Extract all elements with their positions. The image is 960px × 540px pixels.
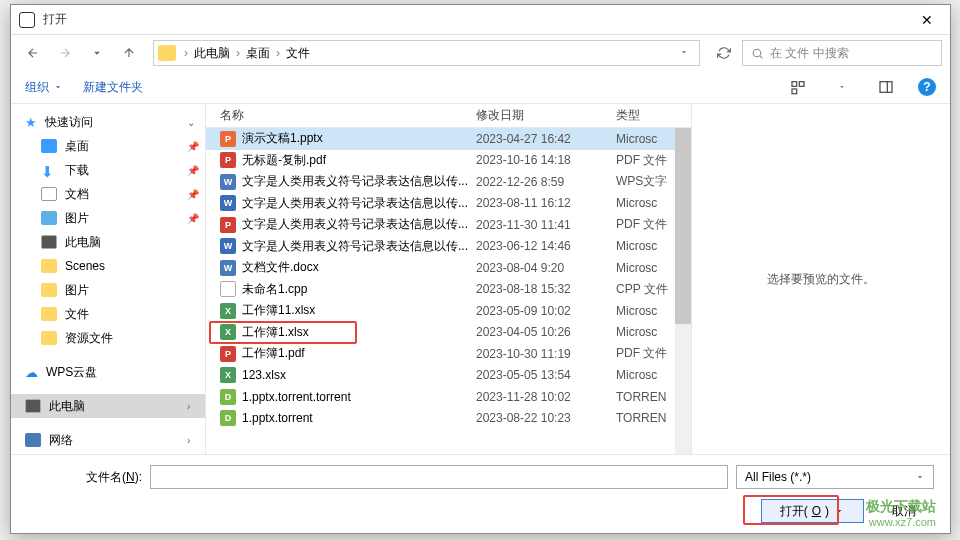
breadcrumb-item[interactable]: 此电脑 [190, 45, 234, 62]
file-name: 文字是人类用表义符号记录表达信息以传... [242, 195, 476, 212]
file-date: 2023-04-27 16:42 [476, 132, 616, 146]
search-input[interactable]: 在 文件 中搜索 [742, 40, 942, 66]
header-name[interactable]: 名称 [220, 107, 476, 124]
sidebar-item-documents[interactable]: 文档📌 [11, 182, 205, 206]
open-file-dialog: 打开 ✕ › 此电脑 › 桌面 › 文件 在 文件 中搜索 组织 新建文件夹 [10, 4, 951, 534]
breadcrumb-item[interactable]: 文件 [282, 45, 314, 62]
file-row[interactable]: W文档文件.docx2023-08-04 9:20Microsc [206, 257, 691, 279]
file-row[interactable]: P文字是人类用表义符号记录表达信息以传...2023-11-30 11:41PD… [206, 214, 691, 236]
file-date: 2023-05-09 10:02 [476, 304, 616, 318]
search-icon [751, 47, 764, 60]
pc-icon [41, 235, 57, 249]
file-row[interactable]: P演示文稿1.pptx2023-04-27 16:42Microsc [206, 128, 691, 150]
header-date[interactable]: 修改日期 [476, 107, 616, 124]
breadcrumb-sep: › [274, 46, 282, 60]
header-type[interactable]: 类型 [616, 107, 686, 124]
svg-rect-3 [792, 89, 797, 94]
back-button[interactable] [19, 39, 47, 67]
preview-message: 选择要预览的文件。 [767, 271, 875, 288]
file-row[interactable]: X工作簿1.xlsx2023-04-05 10:26Microsc [206, 322, 691, 344]
file-icon: W [220, 260, 236, 276]
refresh-button[interactable] [710, 39, 738, 67]
file-icon: P [220, 217, 236, 233]
file-date: 2023-08-22 10:23 [476, 411, 616, 425]
chevron-down-icon[interactable]: ⌄ [187, 117, 199, 128]
folder-icon [41, 307, 57, 321]
sidebar-item-pictures2[interactable]: 图片 [11, 278, 205, 302]
folder-icon [41, 283, 57, 297]
preview-pane: 选择要预览的文件。 [691, 104, 950, 454]
file-name: 1.pptx.torrent [242, 411, 476, 425]
file-icon: D [220, 389, 236, 405]
scrollbar[interactable] [675, 128, 691, 454]
file-date: 2023-08-04 9:20 [476, 261, 616, 275]
file-row[interactable]: D1.pptx.torrent2023-08-22 10:23TORREN [206, 408, 691, 430]
file-list-pane: 名称 修改日期 类型 P演示文稿1.pptx2023-04-27 16:42Mi… [206, 104, 691, 454]
search-placeholder: 在 文件 中搜索 [770, 45, 849, 62]
file-icon: W [220, 195, 236, 211]
cancel-button[interactable]: 取消 [878, 503, 930, 520]
sidebar-thispc-root[interactable]: 此电脑› [11, 394, 205, 418]
file-name: 工作簿1.xlsx [242, 324, 476, 341]
file-icon: D [220, 410, 236, 426]
sidebar-item-desktop[interactable]: 桌面📌 [11, 134, 205, 158]
sidebar-item-resources[interactable]: 资源文件 [11, 326, 205, 350]
help-button[interactable]: ? [918, 78, 936, 96]
up-button[interactable] [115, 39, 143, 67]
forward-button[interactable] [51, 39, 79, 67]
folder-icon [158, 45, 176, 61]
sidebar-item-scenes[interactable]: Scenes [11, 254, 205, 278]
address-bar[interactable]: › 此电脑 › 桌面 › 文件 [153, 40, 700, 66]
chevron-down-icon [915, 472, 925, 482]
view-list-button[interactable] [786, 75, 810, 99]
file-row[interactable]: W文字是人类用表义符号记录表达信息以传...2023-06-12 14:46Mi… [206, 236, 691, 258]
new-folder-button[interactable]: 新建文件夹 [83, 79, 143, 96]
file-list[interactable]: P演示文稿1.pptx2023-04-27 16:42MicroscP无标题-复… [206, 128, 691, 454]
file-date: 2023-08-11 16:12 [476, 196, 616, 210]
organize-menu[interactable]: 组织 [25, 79, 63, 96]
sidebar-network[interactable]: 网络› [11, 428, 205, 452]
sidebar-item-files[interactable]: 文件 [11, 302, 205, 326]
open-button[interactable]: 打开(O) [761, 499, 864, 523]
chevron-right-icon[interactable]: › [187, 435, 199, 446]
file-name: 1.pptx.torrent.torrent [242, 390, 476, 404]
sidebar-item-pictures[interactable]: 图片📌 [11, 206, 205, 230]
cloud-icon: ☁ [25, 365, 38, 380]
sidebar-quick-access[interactable]: ★快速访问⌄ [11, 110, 205, 134]
dialog-footer: 文件名(N): All Files (*.*) 打开(O) 取消 [11, 454, 950, 533]
file-row[interactable]: W文字是人类用表义符号记录表达信息以传...2023-08-11 16:12Mi… [206, 193, 691, 215]
chevron-right-icon[interactable]: › [187, 401, 199, 412]
file-date: 2023-06-12 14:46 [476, 239, 616, 253]
file-row[interactable]: D1.pptx.torrent.torrent2023-11-28 10:02T… [206, 386, 691, 408]
preview-pane-button[interactable] [874, 75, 898, 99]
file-icon: P [220, 346, 236, 362]
recent-dropdown[interactable] [83, 39, 111, 67]
star-icon: ★ [25, 115, 37, 130]
file-row[interactable]: P工作簿1.pdf2023-10-30 11:19PDF 文件 [206, 343, 691, 365]
svg-rect-1 [792, 82, 797, 87]
scrollbar-thumb[interactable] [675, 128, 691, 324]
file-row[interactable]: X123.xlsx2023-05-05 13:54Microsc [206, 365, 691, 387]
view-dropdown[interactable] [830, 75, 854, 99]
file-date: 2023-08-18 15:32 [476, 282, 616, 296]
file-row[interactable]: X工作簿11.xlsx2023-05-09 10:02Microsc [206, 300, 691, 322]
file-row[interactable]: P无标题-复制.pdf2023-10-16 14:18PDF 文件 [206, 150, 691, 172]
file-row[interactable]: W文字是人类用表义符号记录表达信息以传...2022-12-26 8:59WPS… [206, 171, 691, 193]
pc-icon [25, 399, 41, 413]
close-button[interactable]: ✕ [912, 12, 942, 28]
folder-icon [41, 259, 57, 273]
file-icon: X [220, 303, 236, 319]
breadcrumb-item[interactable]: 桌面 [242, 45, 274, 62]
filename-input[interactable] [150, 465, 728, 489]
sidebar-wps-cloud[interactable]: ☁WPS云盘 [11, 360, 205, 384]
file-filter-dropdown[interactable]: All Files (*.*) [736, 465, 934, 489]
filter-value: All Files (*.*) [745, 470, 811, 484]
sidebar-item-downloads[interactable]: ⬇下载📌 [11, 158, 205, 182]
document-icon [41, 187, 57, 201]
file-icon: X [220, 367, 236, 383]
file-date: 2023-11-28 10:02 [476, 390, 616, 404]
file-row[interactable]: 未命名1.cpp2023-08-18 15:32CPP 文件 [206, 279, 691, 301]
sidebar-item-thispc[interactable]: 此电脑 [11, 230, 205, 254]
breadcrumb-sep: › [234, 46, 242, 60]
address-dropdown[interactable] [673, 46, 695, 60]
